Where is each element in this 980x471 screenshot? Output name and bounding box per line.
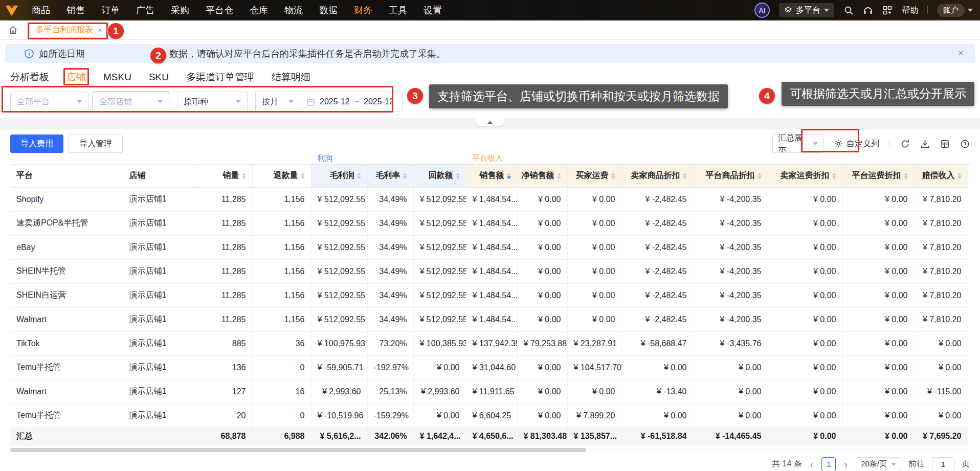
page-number-button[interactable]: 1 [821,457,836,471]
refresh-icon[interactable] [900,139,910,149]
cell-platform: eBay [10,235,123,259]
cell-seller_shipping_discount: ¥ 0.00 [768,283,842,307]
table-row: Shopify演示店铺111,2851,156¥ 512,092.5534.49… [10,187,968,211]
sort-carets-icon[interactable] [557,173,561,179]
ai-assistant-button[interactable]: AI [754,3,770,18]
subtab-MSKU[interactable]: MSKU [103,72,131,83]
prev-page-button[interactable]: ‹ [809,459,815,469]
report-panel: 导入费用 导入管理 汇总展示 自定义列 [0,129,980,471]
column-header-sales_qty[interactable]: 销量 [192,165,252,187]
subtab-结算明细[interactable]: 结算明细 [272,71,310,84]
nav-item-工具[interactable]: 工具 [381,0,415,20]
nav-item-商品[interactable]: 商品 [24,0,58,20]
table-row: Temu半托管演示店铺1200¥ -10,519.96-159.29%¥ 0.0… [10,403,968,428]
account-menu[interactable]: 账户 [937,4,973,17]
summary-cell-net_sales: ¥ 81,303.48 [517,428,567,445]
column-header-gross_profit[interactable]: 毛利润 [311,165,367,187]
cell-sales_qty: 20 [192,403,252,428]
date-separator: ~ [354,97,359,106]
headset-icon[interactable] [863,5,873,15]
collapse-filter-button[interactable] [476,118,504,126]
column-header-seller_shipping_discount[interactable]: 卖家运费折扣 [768,165,842,187]
cell-seller_shipping_discount: ¥ 0.00 [768,403,842,428]
group-label-platform-income: 平台收入 [472,153,503,163]
tab-multi-platform-profit-report[interactable]: 多平台利润报表 × [29,23,109,38]
cell-platform_shipping_discount: ¥ 0.00 [842,331,914,355]
column-header-platform_shipping_discount[interactable]: 平台运费折扣 [842,165,914,187]
column-group-labels: 利润 平台收入 [10,153,970,164]
column-header-platform_item_discount[interactable]: 平台商品折扣 [693,165,768,187]
cell-payment_amount: ¥ 512,092.55 [413,283,466,307]
cell-seller_shipping_discount: ¥ 0.00 [768,211,842,235]
column-header-refund_qty[interactable]: 退款量 [252,165,311,187]
chevron-down-icon [236,100,241,103]
subtab-SKU[interactable]: SKU [149,72,169,83]
sort-carets-icon[interactable] [403,173,407,179]
nav-item-设置[interactable]: 设置 [415,0,450,20]
download-icon[interactable] [920,139,930,149]
nav-item-平台仓[interactable]: 平台仓 [197,0,241,20]
custom-columns-button[interactable]: 自定义列 [834,139,879,149]
subtab-店铺[interactable]: 店铺 [66,71,86,84]
currency-filter-select[interactable]: 原币种 [177,92,248,112]
column-header-seller_item_discount[interactable]: 卖家商品折扣 [621,165,693,187]
sort-carets-icon[interactable] [832,173,836,179]
platform-filter-select[interactable]: 全部平台 [10,92,88,112]
subtab-分析看板[interactable]: 分析看板 [10,71,49,84]
pagination: 共 14 条 ‹ 1 › 20条/页 前往 1 页 [10,455,970,471]
table-row: SHEIN半托管演示店铺111,2851,156¥ 512,092.5534.4… [10,259,968,283]
column-header-net_sales[interactable]: 净销售额 [517,165,567,187]
sort-carets-icon[interactable] [904,173,908,179]
cell-compensation_income: ¥ 0.00 [914,355,968,379]
nav-item-订单[interactable]: 订单 [93,0,128,20]
cell-sales_amount: ¥ 1,484,54... [466,187,517,211]
goto-page-input[interactable]: 1 [932,457,954,471]
horizontal-scrollbar[interactable] [10,448,970,452]
divider [927,6,928,14]
date-range-picker[interactable]: 2025-12 ~ 2025-12 [300,92,400,111]
column-header-compensation_income[interactable]: 赔偿收入 [914,165,968,187]
sort-carets-icon[interactable] [758,173,762,179]
import-expense-button[interactable]: 导入费用 [10,134,63,153]
nav-item-采购[interactable]: 采购 [163,0,197,20]
nav-item-销售[interactable]: 销售 [58,0,93,20]
display-mode-select[interactable]: 汇总展示 [772,134,823,153]
help-icon[interactable] [960,139,970,149]
banner-close-icon[interactable]: × [958,48,964,59]
report-table-icon[interactable] [940,139,950,149]
column-header-sales_amount[interactable]: 销售额 [466,165,517,187]
sort-carets-icon[interactable] [507,173,511,179]
subtab-多渠道订单管理[interactable]: 多渠道订单管理 [186,71,254,84]
apps-grid-icon[interactable] [882,5,893,15]
cell-gross_margin: 25.13% [367,379,413,403]
brand-logo[interactable] [0,3,24,18]
platform-switcher[interactable]: 多平台 [779,3,834,17]
search-icon[interactable] [843,5,854,15]
column-header-gross_margin[interactable]: 毛利率 [367,165,413,187]
scrollbar-thumb[interactable] [10,448,586,452]
column-header-buyer_shipping[interactable]: 买家运费 [567,165,621,187]
nav-item-物流[interactable]: 物流 [276,0,311,20]
nav-item-财务[interactable]: 财务 [346,0,381,20]
nav-item-数据[interactable]: 数据 [311,0,346,20]
sort-carets-icon[interactable] [456,173,460,179]
column-header-payment_amount[interactable]: 回款额 [413,165,466,187]
sort-carets-icon[interactable] [957,173,962,179]
import-manage-button[interactable]: 导入管理 [69,134,123,153]
next-page-button[interactable]: › [843,459,849,469]
nav-item-仓库[interactable]: 仓库 [241,0,276,20]
summary-cell-platform_item_discount: ¥ -14,465.45 [693,428,768,445]
close-icon[interactable]: × [98,26,102,34]
nav-item-广告[interactable]: 广告 [128,0,163,20]
granularity-select[interactable]: 按月 [256,92,300,111]
sort-carets-icon[interactable] [242,173,246,179]
sort-carets-icon[interactable] [683,173,687,179]
sort-carets-icon[interactable] [357,173,361,179]
home-icon[interactable] [8,25,18,35]
cell-gross_profit: ¥ 512,092.55 [311,307,367,331]
sort-carets-icon[interactable] [301,173,305,179]
sort-carets-icon[interactable] [611,173,615,179]
help-link[interactable]: 帮助 [902,5,918,16]
store-filter-select[interactable]: 全部店铺 [93,92,169,112]
page-size-select[interactable]: 20条/页 [856,457,901,471]
